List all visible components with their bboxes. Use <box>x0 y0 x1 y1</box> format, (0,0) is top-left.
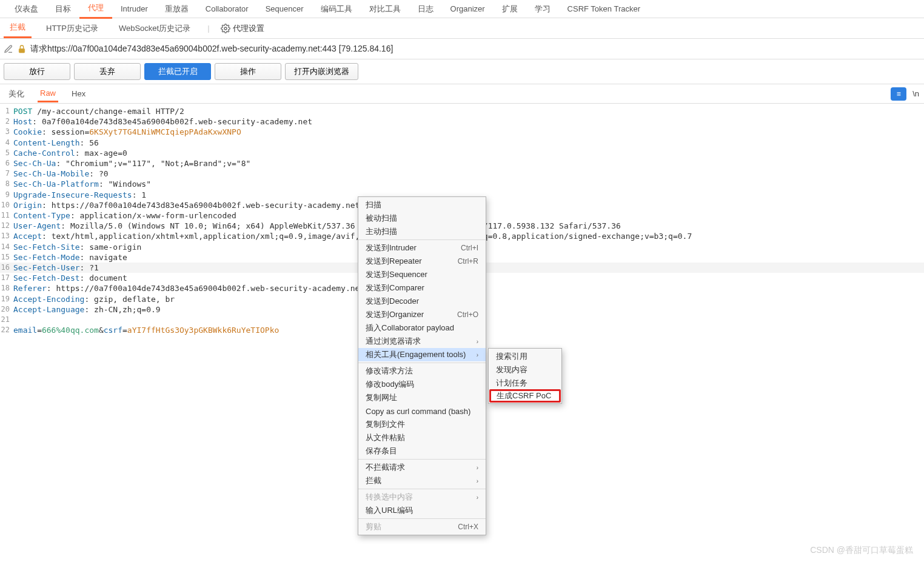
proxy-settings-label: 代理设置 <box>233 23 264 34</box>
top-tab-collaborator[interactable]: Collaborator <box>197 1 257 17</box>
ctx--intruder[interactable]: 发送到IntruderCtrl+I <box>358 241 486 255</box>
drop-button[interactable]: 丢弃 <box>74 63 141 80</box>
view-tab-raw[interactable]: Raw <box>38 85 58 102</box>
ctx--decoder[interactable]: 发送到Decoder <box>358 295 486 308</box>
subtab-intercept[interactable]: 拦截 <box>4 18 32 38</box>
top-tab-扩展[interactable]: 扩展 <box>494 0 526 18</box>
request-url-bar: 请求https://0a7f00a104de743d83e45a69004b00… <box>0 39 924 59</box>
svg-point-0 <box>224 27 227 30</box>
ctx--comparer[interactable]: 发送到Comparer <box>358 281 486 295</box>
top-tab-sequencer[interactable]: Sequencer <box>257 1 312 17</box>
top-tab-对比工具[interactable]: 对比工具 <box>361 0 409 18</box>
forward-button[interactable]: 放行 <box>4 63 70 80</box>
proxy-settings-link[interactable]: 代理设置 <box>221 23 264 34</box>
code-line: 3Cookie: session=6KSXyt7TG4LNiWMCIqiepPA… <box>0 127 924 137</box>
ctx--[interactable]: 被动扫描 <box>358 212 486 225</box>
top-tab-日志[interactable]: 日志 <box>409 0 442 18</box>
code-line: 8Sec-Ch-Ua-Platform: "Windows" <box>0 179 924 189</box>
top-tab-目标[interactable]: 目标 <box>47 0 79 18</box>
request-label: 请求https://0a7f00a104de743d83e45a69004b00… <box>30 44 393 55</box>
lock-icon <box>17 44 27 54</box>
view-tab-hex[interactable]: Hex <box>69 86 88 101</box>
ctx--[interactable]: 扫描 <box>358 198 486 212</box>
ctx--organizer[interactable]: 发送到OrganizerCtrl+O <box>358 308 486 321</box>
top-tab-csrf-token-tracker[interactable]: CSRF Token Tracker <box>559 1 649 17</box>
code-line: 7Sec-Ch-Ua-Mobile: ?0 <box>0 169 924 179</box>
edit-icon[interactable] <box>4 44 13 54</box>
top-tab-代理[interactable]: 代理 <box>79 0 112 19</box>
proxy-subtabs: 拦截 HTTP历史记录 WebSocket历史记录 | 代理设置 <box>0 18 924 39</box>
newline-indicator: \n <box>912 89 919 98</box>
subtab-ws-history[interactable]: WebSocket历史记录 <box>113 19 196 38</box>
top-tab-organizer[interactable]: Organizer <box>442 1 494 17</box>
top-tab-仪表盘[interactable]: 仪表盘 <box>6 0 47 18</box>
ctx--[interactable]: 主动扫描 <box>358 225 486 238</box>
ctx--sequencer[interactable]: 发送到Sequencer <box>358 268 486 281</box>
code-line: 5Cache-Control: max-age=0 <box>0 148 924 158</box>
top-tab-学习[interactable]: 学习 <box>526 0 559 18</box>
top-tab-intruder[interactable]: Intruder <box>112 1 156 17</box>
top-tab-重放器[interactable]: 重放器 <box>156 0 197 18</box>
code-line: 2Host: 0a7f00a104de743d83e45a69004b002f.… <box>0 116 924 127</box>
ctx--repeater[interactable]: 发送到RepeaterCtrl+R <box>358 255 486 268</box>
action-button[interactable]: 操作 <box>215 63 281 80</box>
code-line: 1POST /my-account/change-email HTTP/2 <box>0 106 924 116</box>
intercept-toolbar: 放行 丢弃 拦截已开启 操作 打开内嵌浏览器 <box>0 59 924 84</box>
top-tab-编码工具[interactable]: 编码工具 <box>312 0 361 18</box>
message-view-tabs: 美化 Raw Hex ≡ \n <box>0 84 924 104</box>
intercept-toggle-button[interactable]: 拦截已开启 <box>144 63 211 80</box>
inspector-toggle-icon[interactable]: ≡ <box>891 87 906 101</box>
ctx--[interactable]: 通过浏览器请求› <box>358 335 486 338</box>
view-tab-pretty[interactable]: 美化 <box>6 85 27 102</box>
ctx--collaborator-payload[interactable]: 插入Collaborator payload <box>358 321 486 335</box>
gear-icon <box>221 24 230 33</box>
subtab-http-history[interactable]: HTTP历史记录 <box>40 19 104 38</box>
context-menu[interactable]: 扫描被动扫描主动扫描发送到IntruderCtrl+I发送到RepeaterCt… <box>358 196 486 338</box>
main-tabs: 仪表盘目标代理Intruder重放器CollaboratorSequencer编… <box>0 0 924 18</box>
svg-rect-1 <box>19 49 24 53</box>
code-line: 6Sec-Ch-Ua: "Chromium";v="117", "Not;A=B… <box>0 158 924 169</box>
open-browser-button[interactable]: 打开内嵌浏览器 <box>285 63 358 80</box>
code-line: 4Content-Length: 56 <box>0 138 924 148</box>
